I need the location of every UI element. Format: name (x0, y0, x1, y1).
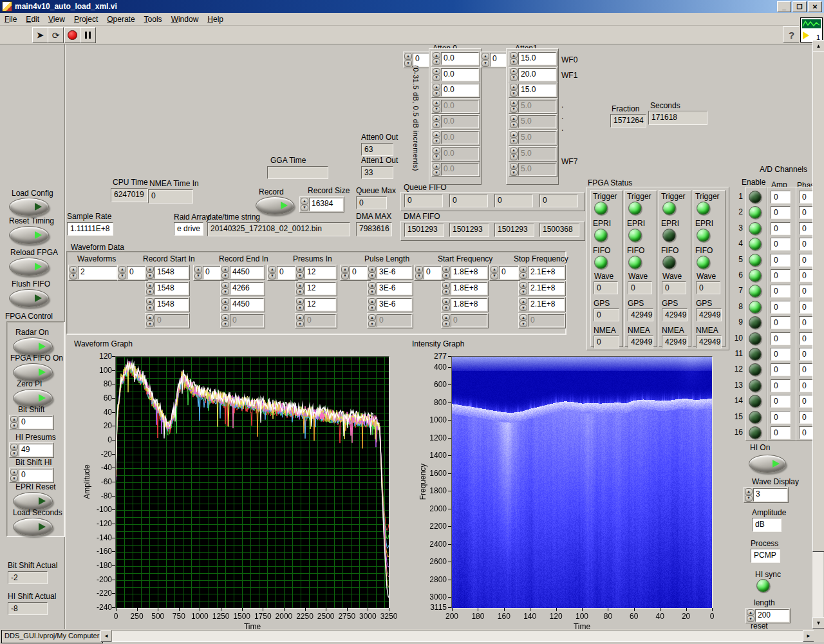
atten1-element-value[interactable]: 20.0 (518, 68, 556, 81)
minimize-button[interactable]: _ (777, 1, 791, 12)
spin-down-icon[interactable]: ▼ (745, 495, 753, 502)
bit-shift-input-value[interactable]: 0 (19, 416, 53, 429)
pulse-length-element[interactable]: ▲▼3E-6 (367, 265, 413, 280)
spin-down-icon[interactable]: ▼ (520, 321, 527, 327)
channel-13-amp-input[interactable]: 0 (771, 379, 791, 392)
presums-in-index-value[interactable]: 0 (277, 266, 297, 279)
spin-up-icon[interactable]: ▲ (70, 266, 77, 273)
increment-decrement-spinner[interactable]: ▲▼ (510, 147, 518, 160)
scroll-left-button[interactable]: ◄ (100, 630, 112, 642)
spin-up-icon[interactable]: ▲ (146, 314, 154, 321)
spin-down-icon[interactable]: ▼ (520, 289, 527, 295)
increment-decrement-spinner[interactable]: ▲▼ (433, 147, 440, 160)
increment-decrement-spinner[interactable]: ▲▼ (70, 266, 77, 279)
spin-down-icon[interactable]: ▼ (146, 272, 154, 279)
channel-3-amp-input[interactable]: 0 (771, 222, 791, 235)
spin-down-icon[interactable]: ▼ (368, 272, 376, 279)
menu-view[interactable]: View (44, 14, 70, 25)
spin-up-icon[interactable]: ▲ (433, 115, 440, 122)
raid-array-input[interactable]: e drive (174, 222, 203, 236)
stop-frequency-element-value[interactable]: 2.1E+8 (528, 298, 565, 311)
hi-on-button[interactable] (749, 455, 786, 473)
atten1-element[interactable]: ▲▼5.0 (509, 130, 557, 146)
increment-decrement-spinner[interactable]: ▲▼ (510, 115, 518, 128)
increment-decrement-spinner[interactable]: ▲▼ (10, 469, 18, 482)
stop-frequency-index-value[interactable]: 0 (499, 266, 519, 279)
spin-down-icon[interactable]: ▼ (433, 122, 440, 128)
bit-shift-hi-input[interactable]: ▲▼0 (9, 468, 54, 483)
epri-led[interactable] (594, 229, 608, 242)
spin-down-icon[interactable]: ▼ (296, 289, 304, 295)
pause-button[interactable] (80, 27, 96, 43)
spin-down-icon[interactable]: ▼ (118, 273, 126, 280)
channel-1-enable-led[interactable] (749, 191, 762, 204)
spin-up-icon[interactable]: ▲ (146, 298, 154, 305)
spin-up-icon[interactable]: ▲ (747, 609, 754, 616)
spin-down-icon[interactable]: ▼ (296, 305, 304, 311)
channel-7-amp-input[interactable]: 0 (771, 285, 791, 298)
start-frequency-element[interactable]: ▲▼1.8E+8 (441, 265, 489, 280)
presums-in-element[interactable]: ▲▼12 (295, 281, 337, 296)
atten1-element[interactable]: ▲▼15.0 (509, 51, 557, 66)
pulse-length-element-value[interactable]: 0 (377, 314, 412, 327)
channel-14-amp-input[interactable]: 0 (771, 395, 791, 408)
increment-decrement-spinner[interactable]: ▲▼ (442, 314, 450, 327)
presums-in-index[interactable]: ▲▼0 (267, 265, 298, 281)
spin-up-icon[interactable]: ▲ (433, 147, 440, 154)
increment-decrement-spinner[interactable]: ▲▼ (146, 282, 154, 295)
spin-up-icon[interactable]: ▲ (442, 298, 450, 305)
presums-in-element[interactable]: ▲▼12 (295, 297, 337, 312)
atten0-element[interactable]: ▲▼0.0 (431, 146, 480, 162)
spin-up-icon[interactable]: ▲ (10, 469, 18, 475)
atten1-element-value[interactable]: 15.0 (518, 84, 556, 97)
channel-2-amp-input[interactable]: 0 (771, 206, 791, 219)
start-frequency-element[interactable]: ▲▼1.8E+8 (441, 281, 489, 296)
spin-up-icon[interactable]: ▲ (433, 131, 440, 138)
fifo-led[interactable] (628, 256, 642, 269)
increment-decrement-spinner[interactable]: ▲▼ (301, 198, 308, 211)
record-end-in-element-value[interactable]: 4450 (230, 266, 264, 279)
spin-up-icon[interactable]: ▲ (510, 68, 518, 75)
waveform-graph-canvas[interactable] (116, 357, 389, 608)
increment-decrement-spinner[interactable]: ▲▼ (520, 314, 527, 327)
fpga-control-button-zero-pi[interactable] (13, 389, 53, 407)
spin-up-icon[interactable]: ▲ (745, 488, 753, 495)
channel-6-amp-input[interactable]: 0 (771, 269, 791, 282)
wave-display-input[interactable]: ▲▼3 (744, 487, 789, 503)
increment-decrement-spinner[interactable]: ▲▼ (433, 68, 440, 81)
hi-presums-input-value[interactable]: 49 (19, 444, 53, 457)
increment-decrement-spinner[interactable]: ▲▼ (442, 282, 450, 295)
channel-8-amp-input[interactable]: 0 (771, 301, 791, 314)
spin-up-icon[interactable]: ▲ (520, 282, 527, 289)
intensity-graph-canvas[interactable] (452, 357, 712, 608)
epri-led[interactable] (662, 229, 676, 242)
record-end-in-element[interactable]: ▲▼4450 (220, 297, 265, 312)
fpga-control-button-fpga-fifo-on[interactable] (13, 363, 53, 381)
presums-in-element-value[interactable]: 12 (304, 282, 336, 295)
spin-up-icon[interactable]: ▲ (442, 282, 450, 289)
atten0-element-value[interactable]: 0.0 (441, 131, 479, 144)
spin-down-icon[interactable]: ▼ (442, 305, 450, 311)
increment-decrement-spinner[interactable]: ▲▼ (221, 298, 229, 311)
increment-decrement-spinner[interactable]: ▲▼ (268, 266, 276, 279)
spin-down-icon[interactable]: ▼ (433, 75, 440, 81)
menu-file[interactable]: File (0, 14, 21, 25)
channel-10-enable-led[interactable] (749, 332, 762, 345)
fifo-led[interactable] (697, 256, 710, 269)
titlebar[interactable]: main4v10_auto_load_xml.vi _ ❐ ✕ (0, 0, 824, 13)
stop-frequency-element-value[interactable]: 2.1E+8 (528, 266, 565, 279)
record-start-in-element[interactable]: ▲▼1548 (145, 297, 190, 312)
increment-decrement-spinner[interactable]: ▲▼ (368, 282, 376, 295)
start-frequency-element-value[interactable]: 0 (451, 314, 487, 327)
fpga-control-button-epri-reset[interactable] (13, 492, 53, 510)
increment-decrement-spinner[interactable]: ▲▼ (221, 266, 229, 279)
channel-10-amp-input[interactable]: 0 (771, 332, 791, 345)
bit-shift-hi-input-value[interactable]: 0 (19, 469, 53, 482)
spin-down-icon[interactable]: ▼ (146, 321, 154, 327)
fpga-control-button-load-seconds[interactable] (13, 518, 53, 536)
increment-decrement-spinner[interactable]: ▲▼ (146, 314, 154, 327)
record-end-in-element-value[interactable]: 4450 (230, 298, 264, 311)
spin-up-icon[interactable]: ▲ (368, 298, 376, 305)
epri-led[interactable] (628, 229, 642, 242)
vertical-scrollbar-thumb[interactable] (812, 51, 824, 552)
